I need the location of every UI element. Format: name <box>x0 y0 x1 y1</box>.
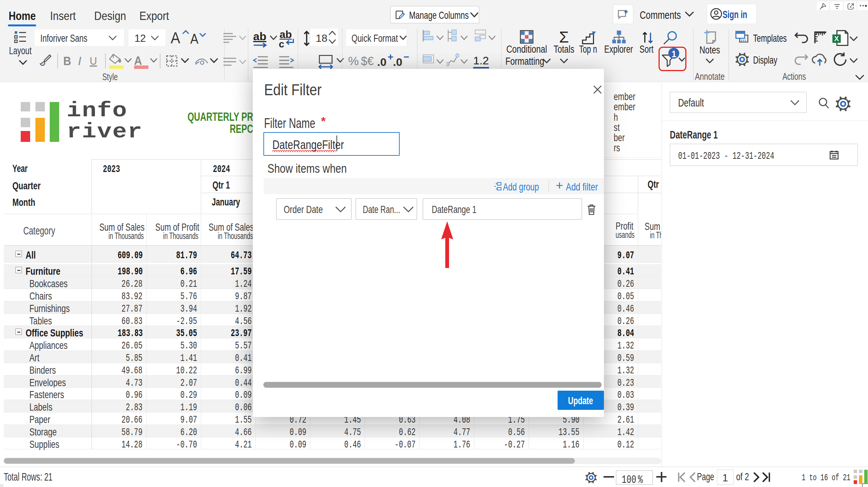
svg-text:X: X <box>834 35 839 43</box>
